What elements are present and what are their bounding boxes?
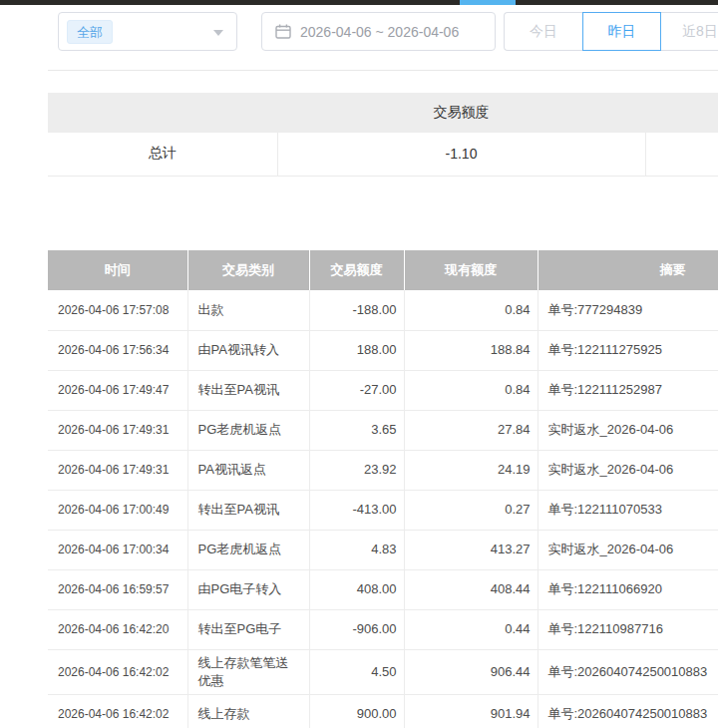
table-row: 2026-04-06 17:56:34由PA视讯转入188.00188.84单号… — [48, 330, 718, 370]
cell-time: 2026-04-06 16:42:02 — [48, 694, 187, 728]
cell-time: 2026-04-06 17:57:08 — [48, 290, 187, 330]
cell-amount: -413.00 — [309, 490, 404, 530]
cell-amount: -906.00 — [309, 609, 404, 649]
cell-time: 2026-04-06 17:00:49 — [48, 490, 187, 530]
total-value-cell: -1.10 — [277, 133, 645, 176]
cell-type: 由PG电子转入 — [187, 569, 309, 609]
cell-type: 转出至PA视讯 — [187, 370, 309, 410]
table-row: 2026-04-06 17:49:31PG老虎机返点3.6527.84实时返水_… — [48, 410, 718, 450]
cell-balance: 0.84 — [404, 290, 538, 330]
column-header-type: 交易类别 — [187, 250, 309, 290]
category-select[interactable]: 全部 — [58, 12, 237, 51]
cell-time: 2026-04-06 16:59:57 — [48, 569, 187, 609]
cell-balance: 24.19 — [404, 450, 538, 490]
column-header-balance: 现有额度 — [404, 250, 538, 290]
cell-balance: 0.44 — [404, 609, 538, 649]
section-divider — [48, 70, 718, 71]
cell-memo: 单号:777294839 — [538, 290, 718, 330]
cell-amount: 900.00 — [309, 694, 404, 728]
cell-balance: 901.94 — [404, 694, 538, 728]
cell-type: 转出至PA视讯 — [187, 490, 309, 530]
quick-range-today-button[interactable]: 今日 — [504, 12, 582, 51]
transactions-header-row: 时间 交易类别 交易额度 现有额度 摘要 — [48, 250, 718, 290]
cell-memo: 单号:122111070533 — [538, 490, 718, 530]
cell-amount: -188.00 — [309, 290, 404, 330]
total-label-cell: 总计 — [48, 133, 277, 176]
cell-balance: 408.44 — [404, 569, 538, 609]
column-header-amount: 交易额度 — [309, 250, 404, 290]
table-row: 2026-04-06 17:49:47转出至PA视讯-27.000.84单号:1… — [48, 370, 718, 410]
quick-range-group: 今日 昨日 近8日 — [504, 12, 718, 51]
active-tab-indicator — [460, 0, 516, 5]
chevron-down-icon — [213, 30, 223, 36]
cell-time: 2026-04-06 17:49:47 — [48, 370, 187, 410]
cell-time: 2026-04-06 16:42:20 — [48, 609, 187, 649]
transactions-body: 2026-04-06 17:57:08出款-188.000.84单号:77729… — [48, 290, 718, 728]
calendar-icon — [275, 24, 291, 39]
cell-amount: 3.65 — [309, 410, 404, 450]
cell-memo: 单号:122111252987 — [538, 370, 718, 410]
cell-memo: 单号:122110987716 — [538, 609, 718, 649]
cell-time: 2026-04-06 17:56:34 — [48, 330, 187, 370]
table-row: 2026-04-06 16:42:02线上存款笔笔送优惠4.50906.44单号… — [48, 649, 718, 694]
table-row: 2026-04-06 17:00:49转出至PA视讯-413.000.27单号:… — [48, 490, 718, 530]
cell-time: 2026-04-06 17:49:31 — [48, 410, 187, 450]
cell-time: 2026-04-06 17:49:31 — [48, 450, 187, 490]
cell-amount: 23.92 — [309, 450, 404, 490]
cell-type: 转出至PG电子 — [187, 609, 309, 649]
transactions-table: 时间 交易类别 交易额度 现有额度 摘要 2026-04-06 17:57:08… — [48, 250, 718, 728]
date-range-text: 2026-04-06 ~ 2026-04-06 — [300, 24, 459, 40]
cell-memo: 实时返水_2026-04-06 — [538, 530, 718, 569]
cell-time: 2026-04-06 17:00:34 — [48, 530, 187, 569]
date-range-picker[interactable]: 2026-04-06 ~ 2026-04-06 — [261, 12, 496, 51]
summary-header-cutoff — [645, 93, 718, 133]
selected-category-tag: 全部 — [67, 20, 113, 44]
summary-header-amount: 交易额度 — [277, 93, 645, 133]
cell-memo: 实时返水_2026-04-06 — [538, 410, 718, 450]
browser-top-strip — [0, 0, 718, 5]
summary-header-row: 交易额度 — [48, 93, 718, 133]
column-header-memo: 摘要 — [538, 250, 718, 290]
summary-table: 交易额度 总计 -1.10 — [48, 93, 718, 177]
cell-amount: 408.00 — [309, 569, 404, 609]
cell-amount: -27.00 — [309, 370, 404, 410]
table-row: 2026-04-06 16:42:02线上存款900.00901.94单号:20… — [48, 694, 718, 728]
table-row: 2026-04-06 17:49:31PA视讯返点23.9224.19实时返水_… — [48, 450, 718, 490]
cell-amount: 4.50 — [309, 649, 404, 694]
table-row: 2026-04-06 16:42:20转出至PG电子-906.000.44单号:… — [48, 609, 718, 649]
table-row: 2026-04-06 17:00:34PG老虎机返点4.83413.27实时返水… — [48, 530, 718, 569]
total-empty-cell — [645, 133, 718, 176]
cell-memo: 单号:122111066920 — [538, 569, 718, 609]
quick-range-last8days-button[interactable]: 近8日 — [661, 12, 718, 51]
cell-amount: 188.00 — [309, 330, 404, 370]
summary-header-empty — [48, 93, 277, 133]
cell-balance: 27.84 — [404, 410, 538, 450]
cell-balance: 906.44 — [404, 649, 538, 694]
cell-amount: 4.83 — [309, 530, 404, 569]
cell-type: 线上存款笔笔送优惠 — [187, 649, 309, 694]
cell-type: PG老虎机返点 — [187, 410, 309, 450]
cell-memo: 单号:202604074250010883 — [538, 694, 718, 728]
cell-type: 线上存款 — [187, 694, 309, 728]
cell-balance: 0.27 — [404, 490, 538, 530]
cell-type: PG老虎机返点 — [187, 530, 309, 569]
cell-type: 出款 — [187, 290, 309, 330]
table-row: 2026-04-06 16:59:57由PG电子转入408.00408.44单号… — [48, 569, 718, 609]
table-row: 2026-04-06 17:57:08出款-188.000.84单号:77729… — [48, 290, 718, 330]
summary-total-row: 总计 -1.10 — [48, 133, 718, 176]
cell-type: PA视讯返点 — [187, 450, 309, 490]
cell-balance: 188.84 — [404, 330, 538, 370]
cell-type: 由PA视讯转入 — [187, 330, 309, 370]
column-header-time: 时间 — [48, 250, 187, 290]
quick-range-yesterday-button[interactable]: 昨日 — [582, 12, 661, 51]
cell-memo: 实时返水_2026-04-06 — [538, 450, 718, 490]
cell-balance: 0.84 — [404, 370, 538, 410]
cell-balance: 413.27 — [404, 530, 538, 569]
cell-memo: 单号:122111275925 — [538, 330, 718, 370]
cell-memo: 单号:202604074250010883 — [538, 649, 718, 694]
cell-time: 2026-04-06 16:42:02 — [48, 649, 187, 694]
